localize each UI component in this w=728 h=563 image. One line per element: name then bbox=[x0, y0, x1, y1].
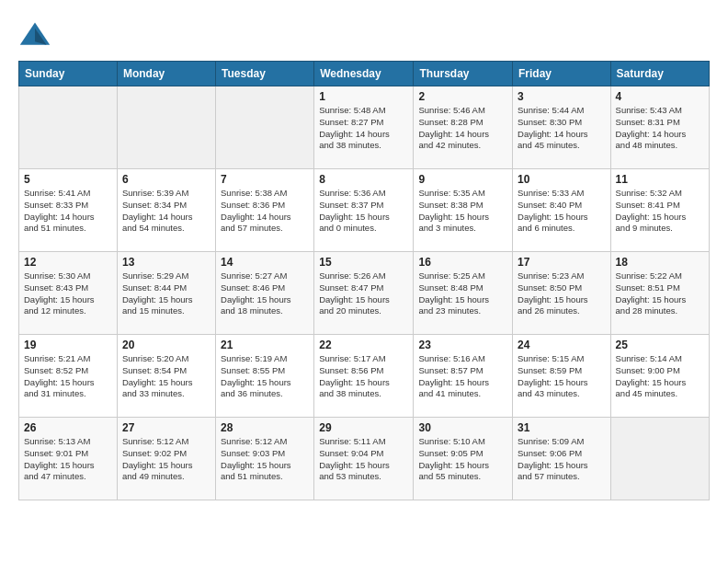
day-info: Sunrise: 5:30 AM Sunset: 8:43 PM Dayligh… bbox=[24, 270, 112, 317]
col-header-tuesday: Tuesday bbox=[216, 62, 314, 86]
day-number: 15 bbox=[319, 256, 408, 269]
day-info: Sunrise: 5:23 AM Sunset: 8:50 PM Dayligh… bbox=[518, 270, 606, 317]
day-number: 8 bbox=[319, 173, 408, 186]
day-cell-23: 23Sunrise: 5:16 AM Sunset: 8:57 PM Dayli… bbox=[414, 335, 513, 418]
day-cell-9: 9Sunrise: 5:35 AM Sunset: 8:38 PM Daylig… bbox=[414, 169, 513, 252]
day-cell-25: 25Sunrise: 5:14 AM Sunset: 9:00 PM Dayli… bbox=[610, 335, 709, 418]
day-info: Sunrise: 5:22 AM Sunset: 8:51 PM Dayligh… bbox=[616, 270, 704, 317]
day-number: 3 bbox=[518, 90, 606, 103]
day-info: Sunrise: 5:16 AM Sunset: 8:57 PM Dayligh… bbox=[418, 353, 507, 400]
day-info: Sunrise: 5:12 AM Sunset: 9:02 PM Dayligh… bbox=[122, 436, 210, 483]
day-info: Sunrise: 5:39 AM Sunset: 8:34 PM Dayligh… bbox=[122, 188, 210, 235]
day-cell-17: 17Sunrise: 5:23 AM Sunset: 8:50 PM Dayli… bbox=[513, 252, 611, 335]
day-cell-3: 3Sunrise: 5:44 AM Sunset: 8:30 PM Daylig… bbox=[513, 86, 611, 169]
day-number: 29 bbox=[319, 421, 408, 434]
logo-icon bbox=[18, 18, 51, 52]
day-cell-7: 7Sunrise: 5:38 AM Sunset: 8:36 PM Daylig… bbox=[216, 169, 314, 252]
day-cell-4: 4Sunrise: 5:43 AM Sunset: 8:31 PM Daylig… bbox=[610, 86, 709, 169]
empty-cell bbox=[610, 418, 709, 500]
day-number: 21 bbox=[221, 339, 309, 351]
day-info: Sunrise: 5:29 AM Sunset: 8:44 PM Dayligh… bbox=[122, 270, 210, 317]
day-cell-31: 31Sunrise: 5:09 AM Sunset: 9:06 PM Dayli… bbox=[513, 418, 611, 500]
day-number: 30 bbox=[418, 421, 507, 434]
col-header-friday: Friday bbox=[513, 62, 611, 86]
day-number: 9 bbox=[418, 173, 507, 186]
empty-cell bbox=[117, 86, 215, 169]
empty-cell bbox=[19, 86, 118, 169]
day-number: 12 bbox=[24, 256, 112, 269]
day-cell-28: 28Sunrise: 5:12 AM Sunset: 9:03 PM Dayli… bbox=[216, 418, 314, 500]
day-cell-20: 20Sunrise: 5:20 AM Sunset: 8:54 PM Dayli… bbox=[117, 335, 215, 418]
day-cell-21: 21Sunrise: 5:19 AM Sunset: 8:55 PM Dayli… bbox=[216, 335, 314, 418]
day-number: 22 bbox=[319, 339, 408, 351]
day-info: Sunrise: 5:36 AM Sunset: 8:37 PM Dayligh… bbox=[319, 188, 408, 235]
day-number: 11 bbox=[616, 173, 704, 186]
calendar-week-3: 12Sunrise: 5:30 AM Sunset: 8:43 PM Dayli… bbox=[19, 252, 710, 335]
day-cell-14: 14Sunrise: 5:27 AM Sunset: 8:46 PM Dayli… bbox=[216, 252, 314, 335]
day-number: 2 bbox=[418, 90, 507, 103]
calendar-week-4: 19Sunrise: 5:21 AM Sunset: 8:52 PM Dayli… bbox=[19, 335, 710, 418]
day-cell-19: 19Sunrise: 5:21 AM Sunset: 8:52 PM Dayli… bbox=[19, 335, 118, 418]
day-info: Sunrise: 5:43 AM Sunset: 8:31 PM Dayligh… bbox=[616, 105, 704, 152]
day-number: 18 bbox=[616, 256, 704, 269]
day-info: Sunrise: 5:46 AM Sunset: 8:28 PM Dayligh… bbox=[418, 105, 507, 152]
day-number: 27 bbox=[122, 421, 210, 434]
logo bbox=[18, 18, 55, 52]
day-info: Sunrise: 5:32 AM Sunset: 8:41 PM Dayligh… bbox=[616, 188, 704, 235]
page-header bbox=[18, 18, 710, 52]
day-info: Sunrise: 5:13 AM Sunset: 9:01 PM Dayligh… bbox=[24, 436, 112, 483]
day-number: 6 bbox=[122, 173, 210, 186]
day-info: Sunrise: 5:26 AM Sunset: 8:47 PM Dayligh… bbox=[319, 270, 408, 317]
calendar-table: SundayMondayTuesdayWednesdayThursdayFrid… bbox=[18, 61, 710, 500]
day-info: Sunrise: 5:20 AM Sunset: 8:54 PM Dayligh… bbox=[122, 353, 210, 400]
day-number: 19 bbox=[24, 339, 112, 351]
day-cell-22: 22Sunrise: 5:17 AM Sunset: 8:56 PM Dayli… bbox=[314, 335, 414, 418]
day-number: 20 bbox=[122, 339, 210, 351]
day-number: 13 bbox=[122, 256, 210, 269]
day-info: Sunrise: 5:33 AM Sunset: 8:40 PM Dayligh… bbox=[518, 188, 606, 235]
day-cell-10: 10Sunrise: 5:33 AM Sunset: 8:40 PM Dayli… bbox=[513, 169, 611, 252]
day-info: Sunrise: 5:17 AM Sunset: 8:56 PM Dayligh… bbox=[319, 353, 408, 400]
day-cell-12: 12Sunrise: 5:30 AM Sunset: 8:43 PM Dayli… bbox=[19, 252, 118, 335]
day-number: 10 bbox=[518, 173, 606, 186]
day-info: Sunrise: 5:12 AM Sunset: 9:03 PM Dayligh… bbox=[221, 436, 309, 483]
day-info: Sunrise: 5:21 AM Sunset: 8:52 PM Dayligh… bbox=[24, 353, 112, 400]
day-number: 26 bbox=[24, 421, 112, 434]
day-info: Sunrise: 5:15 AM Sunset: 8:59 PM Dayligh… bbox=[518, 353, 606, 400]
day-info: Sunrise: 5:27 AM Sunset: 8:46 PM Dayligh… bbox=[221, 270, 309, 317]
day-cell-16: 16Sunrise: 5:25 AM Sunset: 8:48 PM Dayli… bbox=[414, 252, 513, 335]
day-number: 5 bbox=[24, 173, 112, 186]
day-cell-30: 30Sunrise: 5:10 AM Sunset: 9:05 PM Dayli… bbox=[414, 418, 513, 500]
day-info: Sunrise: 5:41 AM Sunset: 8:33 PM Dayligh… bbox=[24, 188, 112, 235]
col-header-saturday: Saturday bbox=[610, 62, 709, 86]
calendar-week-2: 5Sunrise: 5:41 AM Sunset: 8:33 PM Daylig… bbox=[19, 169, 710, 252]
day-number: 14 bbox=[221, 256, 309, 269]
day-number: 1 bbox=[319, 90, 408, 103]
day-number: 17 bbox=[518, 256, 606, 269]
day-info: Sunrise: 5:38 AM Sunset: 8:36 PM Dayligh… bbox=[221, 188, 309, 235]
day-info: Sunrise: 5:19 AM Sunset: 8:55 PM Dayligh… bbox=[221, 353, 309, 400]
day-cell-5: 5Sunrise: 5:41 AM Sunset: 8:33 PM Daylig… bbox=[19, 169, 118, 252]
day-info: Sunrise: 5:09 AM Sunset: 9:06 PM Dayligh… bbox=[518, 436, 606, 483]
day-cell-24: 24Sunrise: 5:15 AM Sunset: 8:59 PM Dayli… bbox=[513, 335, 611, 418]
day-cell-2: 2Sunrise: 5:46 AM Sunset: 8:28 PM Daylig… bbox=[414, 86, 513, 169]
day-number: 24 bbox=[518, 339, 606, 351]
day-number: 23 bbox=[418, 339, 507, 351]
day-info: Sunrise: 5:25 AM Sunset: 8:48 PM Dayligh… bbox=[418, 270, 507, 317]
day-number: 25 bbox=[616, 339, 704, 351]
day-info: Sunrise: 5:11 AM Sunset: 9:04 PM Dayligh… bbox=[319, 436, 408, 483]
col-header-wednesday: Wednesday bbox=[314, 62, 414, 86]
day-info: Sunrise: 5:10 AM Sunset: 9:05 PM Dayligh… bbox=[418, 436, 507, 483]
day-number: 16 bbox=[418, 256, 507, 269]
day-info: Sunrise: 5:44 AM Sunset: 8:30 PM Dayligh… bbox=[518, 105, 606, 152]
day-cell-1: 1Sunrise: 5:48 AM Sunset: 8:27 PM Daylig… bbox=[314, 86, 414, 169]
day-cell-29: 29Sunrise: 5:11 AM Sunset: 9:04 PM Dayli… bbox=[314, 418, 414, 500]
day-info: Sunrise: 5:48 AM Sunset: 8:27 PM Dayligh… bbox=[319, 105, 408, 152]
day-info: Sunrise: 5:35 AM Sunset: 8:38 PM Dayligh… bbox=[418, 188, 507, 235]
day-number: 31 bbox=[518, 421, 606, 434]
day-number: 7 bbox=[221, 173, 309, 186]
day-cell-27: 27Sunrise: 5:12 AM Sunset: 9:02 PM Dayli… bbox=[117, 418, 215, 500]
day-cell-11: 11Sunrise: 5:32 AM Sunset: 8:41 PM Dayli… bbox=[610, 169, 709, 252]
day-number: 28 bbox=[221, 421, 309, 434]
calendar-week-1: 1Sunrise: 5:48 AM Sunset: 8:27 PM Daylig… bbox=[19, 86, 710, 169]
